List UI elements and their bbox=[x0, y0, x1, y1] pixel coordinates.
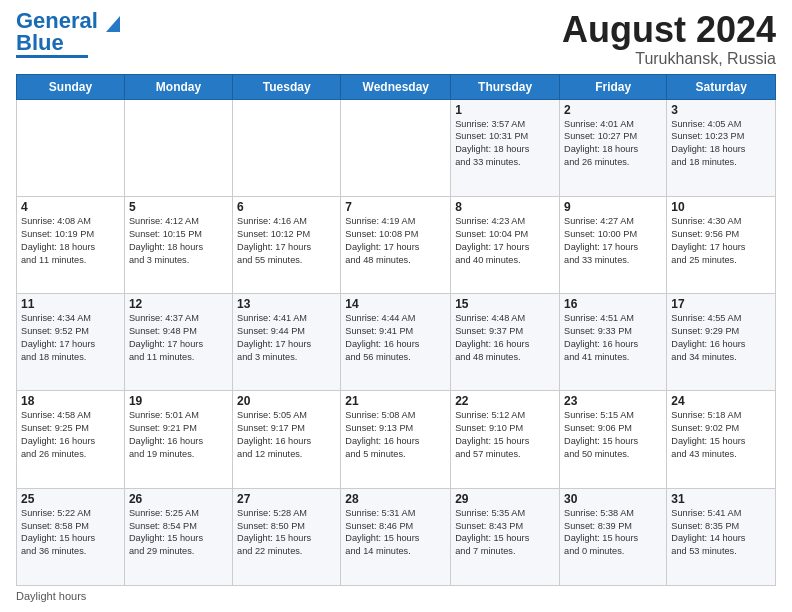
day-number: 16 bbox=[564, 297, 662, 311]
day-number: 19 bbox=[129, 394, 228, 408]
calendar-cell: 2Sunrise: 4:01 AMSunset: 10:27 PMDayligh… bbox=[560, 99, 667, 196]
calendar-cell: 8Sunrise: 4:23 AMSunset: 10:04 PMDayligh… bbox=[451, 196, 560, 293]
day-number: 27 bbox=[237, 492, 336, 506]
footer-note: Daylight hours bbox=[16, 590, 776, 602]
day-number: 13 bbox=[237, 297, 336, 311]
day-info: Sunrise: 4:51 AMSunset: 9:33 PMDaylight:… bbox=[564, 312, 662, 364]
day-number: 22 bbox=[455, 394, 555, 408]
day-info: Sunrise: 4:41 AMSunset: 9:44 PMDaylight:… bbox=[237, 312, 336, 364]
calendar-cell: 9Sunrise: 4:27 AMSunset: 10:00 PMDayligh… bbox=[560, 196, 667, 293]
day-info: Sunrise: 5:08 AMSunset: 9:13 PMDaylight:… bbox=[345, 409, 446, 461]
calendar-cell bbox=[341, 99, 451, 196]
calendar-cell: 10Sunrise: 4:30 AMSunset: 9:56 PMDayligh… bbox=[667, 196, 776, 293]
col-tuesday: Tuesday bbox=[233, 74, 341, 99]
calendar-cell: 27Sunrise: 5:28 AMSunset: 8:50 PMDayligh… bbox=[233, 488, 341, 585]
day-number: 29 bbox=[455, 492, 555, 506]
calendar-cell: 15Sunrise: 4:48 AMSunset: 9:37 PMDayligh… bbox=[451, 294, 560, 391]
calendar-cell: 21Sunrise: 5:08 AMSunset: 9:13 PMDayligh… bbox=[341, 391, 451, 488]
day-number: 6 bbox=[237, 200, 336, 214]
logo-icon bbox=[100, 12, 122, 34]
calendar-cell bbox=[17, 99, 125, 196]
calendar-cell: 4Sunrise: 4:08 AMSunset: 10:19 PMDayligh… bbox=[17, 196, 125, 293]
day-number: 5 bbox=[129, 200, 228, 214]
title-month: August 2024 bbox=[562, 10, 776, 50]
calendar-cell: 31Sunrise: 5:41 AMSunset: 8:35 PMDayligh… bbox=[667, 488, 776, 585]
day-number: 3 bbox=[671, 103, 771, 117]
day-number: 18 bbox=[21, 394, 120, 408]
calendar-cell: 18Sunrise: 4:58 AMSunset: 9:25 PMDayligh… bbox=[17, 391, 125, 488]
day-number: 8 bbox=[455, 200, 555, 214]
calendar-week-1: 4Sunrise: 4:08 AMSunset: 10:19 PMDayligh… bbox=[17, 196, 776, 293]
day-number: 11 bbox=[21, 297, 120, 311]
calendar-cell: 29Sunrise: 5:35 AMSunset: 8:43 PMDayligh… bbox=[451, 488, 560, 585]
day-info: Sunrise: 4:23 AMSunset: 10:04 PMDaylight… bbox=[455, 215, 555, 267]
day-info: Sunrise: 4:34 AMSunset: 9:52 PMDaylight:… bbox=[21, 312, 120, 364]
day-info: Sunrise: 5:22 AMSunset: 8:58 PMDaylight:… bbox=[21, 507, 120, 559]
calendar-cell: 26Sunrise: 5:25 AMSunset: 8:54 PMDayligh… bbox=[124, 488, 232, 585]
day-info: Sunrise: 3:57 AMSunset: 10:31 PMDaylight… bbox=[455, 118, 555, 170]
calendar-cell: 7Sunrise: 4:19 AMSunset: 10:08 PMDayligh… bbox=[341, 196, 451, 293]
day-number: 4 bbox=[21, 200, 120, 214]
title-block: August 2024 Turukhansk, Russia bbox=[562, 10, 776, 68]
day-number: 10 bbox=[671, 200, 771, 214]
day-info: Sunrise: 5:01 AMSunset: 9:21 PMDaylight:… bbox=[129, 409, 228, 461]
svg-marker-0 bbox=[106, 16, 120, 32]
calendar-cell: 20Sunrise: 5:05 AMSunset: 9:17 PMDayligh… bbox=[233, 391, 341, 488]
calendar-cell: 22Sunrise: 5:12 AMSunset: 9:10 PMDayligh… bbox=[451, 391, 560, 488]
calendar-cell: 23Sunrise: 5:15 AMSunset: 9:06 PMDayligh… bbox=[560, 391, 667, 488]
day-number: 26 bbox=[129, 492, 228, 506]
col-monday: Monday bbox=[124, 74, 232, 99]
day-info: Sunrise: 5:05 AMSunset: 9:17 PMDaylight:… bbox=[237, 409, 336, 461]
day-number: 28 bbox=[345, 492, 446, 506]
day-info: Sunrise: 5:12 AMSunset: 9:10 PMDaylight:… bbox=[455, 409, 555, 461]
logo: GeneralBlue bbox=[16, 10, 122, 58]
day-info: Sunrise: 4:05 AMSunset: 10:23 PMDaylight… bbox=[671, 118, 771, 170]
calendar-cell: 3Sunrise: 4:05 AMSunset: 10:23 PMDayligh… bbox=[667, 99, 776, 196]
calendar-cell: 11Sunrise: 4:34 AMSunset: 9:52 PMDayligh… bbox=[17, 294, 125, 391]
day-info: Sunrise: 4:30 AMSunset: 9:56 PMDaylight:… bbox=[671, 215, 771, 267]
col-sunday: Sunday bbox=[17, 74, 125, 99]
day-info: Sunrise: 4:01 AMSunset: 10:27 PMDaylight… bbox=[564, 118, 662, 170]
day-number: 9 bbox=[564, 200, 662, 214]
day-number: 12 bbox=[129, 297, 228, 311]
day-info: Sunrise: 4:08 AMSunset: 10:19 PMDaylight… bbox=[21, 215, 120, 267]
page: GeneralBlue August 2024 Turukhansk, Russ… bbox=[0, 0, 792, 612]
col-saturday: Saturday bbox=[667, 74, 776, 99]
calendar-cell: 6Sunrise: 4:16 AMSunset: 10:12 PMDayligh… bbox=[233, 196, 341, 293]
calendar-cell: 17Sunrise: 4:55 AMSunset: 9:29 PMDayligh… bbox=[667, 294, 776, 391]
day-info: Sunrise: 4:16 AMSunset: 10:12 PMDaylight… bbox=[237, 215, 336, 267]
day-number: 24 bbox=[671, 394, 771, 408]
day-info: Sunrise: 5:15 AMSunset: 9:06 PMDaylight:… bbox=[564, 409, 662, 461]
calendar-cell bbox=[233, 99, 341, 196]
day-info: Sunrise: 5:38 AMSunset: 8:39 PMDaylight:… bbox=[564, 507, 662, 559]
calendar-cell: 1Sunrise: 3:57 AMSunset: 10:31 PMDayligh… bbox=[451, 99, 560, 196]
logo-underline bbox=[16, 55, 88, 58]
day-number: 1 bbox=[455, 103, 555, 117]
day-number: 23 bbox=[564, 394, 662, 408]
day-info: Sunrise: 4:48 AMSunset: 9:37 PMDaylight:… bbox=[455, 312, 555, 364]
day-number: 31 bbox=[671, 492, 771, 506]
calendar-table: Sunday Monday Tuesday Wednesday Thursday… bbox=[16, 74, 776, 586]
calendar-cell: 19Sunrise: 5:01 AMSunset: 9:21 PMDayligh… bbox=[124, 391, 232, 488]
calendar-cell bbox=[124, 99, 232, 196]
header-row: Sunday Monday Tuesday Wednesday Thursday… bbox=[17, 74, 776, 99]
day-number: 17 bbox=[671, 297, 771, 311]
logo-text: GeneralBlue bbox=[16, 10, 98, 54]
calendar-cell: 14Sunrise: 4:44 AMSunset: 9:41 PMDayligh… bbox=[341, 294, 451, 391]
day-info: Sunrise: 4:58 AMSunset: 9:25 PMDaylight:… bbox=[21, 409, 120, 461]
day-info: Sunrise: 5:25 AMSunset: 8:54 PMDaylight:… bbox=[129, 507, 228, 559]
day-number: 15 bbox=[455, 297, 555, 311]
day-info: Sunrise: 4:55 AMSunset: 9:29 PMDaylight:… bbox=[671, 312, 771, 364]
title-location: Turukhansk, Russia bbox=[562, 50, 776, 68]
day-info: Sunrise: 4:44 AMSunset: 9:41 PMDaylight:… bbox=[345, 312, 446, 364]
day-number: 7 bbox=[345, 200, 446, 214]
col-wednesday: Wednesday bbox=[341, 74, 451, 99]
day-info: Sunrise: 4:19 AMSunset: 10:08 PMDaylight… bbox=[345, 215, 446, 267]
calendar-week-0: 1Sunrise: 3:57 AMSunset: 10:31 PMDayligh… bbox=[17, 99, 776, 196]
col-friday: Friday bbox=[560, 74, 667, 99]
calendar-week-2: 11Sunrise: 4:34 AMSunset: 9:52 PMDayligh… bbox=[17, 294, 776, 391]
day-number: 2 bbox=[564, 103, 662, 117]
day-number: 21 bbox=[345, 394, 446, 408]
calendar-cell: 16Sunrise: 4:51 AMSunset: 9:33 PMDayligh… bbox=[560, 294, 667, 391]
day-info: Sunrise: 5:28 AMSunset: 8:50 PMDaylight:… bbox=[237, 507, 336, 559]
